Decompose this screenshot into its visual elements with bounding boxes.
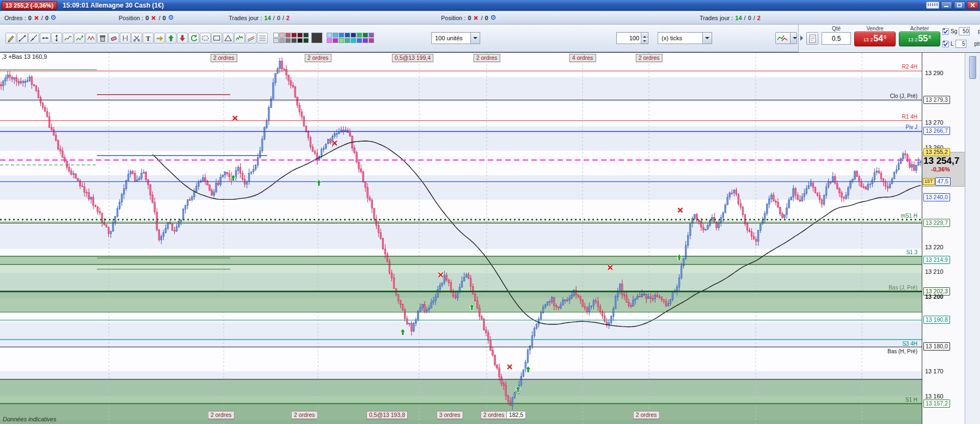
maximize-button[interactable] [954, 1, 965, 9]
indicator-button[interactable] [775, 32, 797, 44]
order-count-badge[interactable]: 182,5 [506, 411, 526, 419]
tool-arrow-right-button[interactable] [154, 33, 165, 44]
color-swatch[interactable] [357, 38, 362, 43]
order-count-badge[interactable]: 2 ordres [633, 411, 660, 419]
close-position-icon[interactable] [151, 15, 156, 21]
last-price-label: 13 254,7 [923, 156, 959, 167]
chevron-down-icon[interactable] [470, 33, 480, 44]
color-swatch[interactable] [303, 33, 309, 38]
tool-triangle-button[interactable] [223, 33, 234, 44]
color-swatch[interactable] [291, 38, 297, 43]
order-count-badge[interactable]: 2 ordres [208, 411, 235, 419]
color-swatch[interactable] [369, 38, 374, 43]
color-swatch[interactable] [339, 33, 344, 38]
color-swatch[interactable] [279, 33, 285, 38]
color-swatch[interactable] [333, 38, 338, 43]
ticks-select[interactable]: (x) ticks [658, 32, 712, 44]
orders-detail-icon[interactable] [51, 15, 57, 21]
tick-quantity-input[interactable] [616, 32, 641, 44]
scrollbar-thumb[interactable] [969, 56, 976, 79]
color-swatch[interactable] [327, 33, 332, 38]
quantity-field[interactable] [822, 32, 851, 45]
buy-button[interactable]: 13 2558 [899, 32, 940, 46]
tool-vertical-line-button[interactable] [51, 33, 62, 44]
color-swatch[interactable] [351, 33, 356, 38]
tool-freehand-button[interactable] [63, 33, 74, 44]
color-swatch[interactable] [363, 33, 368, 38]
color-swatch[interactable] [297, 38, 303, 43]
color-swatch[interactable] [285, 33, 291, 38]
close-position-icon[interactable] [473, 15, 479, 21]
price-axis[interactable]: 13 29013 279,313 27013 266,713 26013 255… [922, 52, 965, 424]
color-swatch[interactable] [297, 33, 303, 38]
order-ticket-button[interactable] [806, 32, 818, 45]
l-points-field[interactable]: 5 [955, 40, 966, 48]
close-button[interactable] [967, 1, 978, 9]
spin-up-icon[interactable] [641, 33, 648, 38]
rotate-icon [189, 34, 198, 42]
tick-quantity-stepper[interactable] [616, 32, 648, 44]
tool-channel-button[interactable] [246, 33, 256, 44]
color-swatch[interactable] [279, 38, 285, 43]
order-count-badge[interactable]: 2 ordres [305, 54, 332, 62]
position-detail-icon[interactable] [491, 15, 497, 21]
order-count-badge[interactable]: 0,5@13 193,8 [366, 411, 408, 419]
color-swatch[interactable] [273, 33, 279, 38]
order-count-badge[interactable]: 3 ordres [437, 411, 463, 419]
color-swatch[interactable] [285, 38, 291, 43]
tool-horizontal-line-button[interactable] [40, 33, 51, 44]
axis-tick-label: 13 220 [925, 243, 944, 251]
order-count-badge[interactable]: 4 ordres [569, 54, 596, 62]
tool-arrow-down-button[interactable] [177, 33, 188, 44]
color-swatch[interactable] [369, 33, 374, 38]
tool-rectangle-button[interactable] [211, 33, 222, 44]
tool-ray-button[interactable] [28, 33, 39, 44]
minimize-button[interactable] [941, 1, 952, 9]
sell-button[interactable]: 13 2546 [854, 32, 896, 46]
color-swatch[interactable] [291, 33, 297, 38]
order-count-badge[interactable]: 0,5@13 199,4 [392, 54, 433, 62]
color-swatch[interactable] [327, 38, 332, 43]
tool-elliott-button[interactable] [234, 33, 245, 44]
units-select[interactable]: 100 unités [431, 32, 480, 44]
tool-arrow-up-button[interactable] [166, 33, 176, 44]
color-swatch[interactable] [339, 38, 344, 43]
color-swatch[interactable] [345, 33, 350, 38]
price-chart[interactable]: R2 4HClo (J, Pré)R1 4HPiv JmS1 HS1.3Bas … [0, 52, 922, 424]
color-swatch[interactable] [363, 38, 368, 43]
tool-forecast-button[interactable] [74, 33, 85, 44]
tool-pencil-button[interactable] [5, 33, 16, 44]
color-swatch[interactable] [303, 38, 309, 43]
tool-split-button[interactable] [120, 33, 131, 44]
collapse-panel-icon[interactable] [800, 35, 806, 41]
keyboard-icon[interactable] [926, 2, 939, 9]
tool-segment-button[interactable] [17, 33, 28, 44]
color-swatch[interactable] [351, 38, 356, 43]
tool-scissors-button[interactable] [131, 33, 142, 44]
tool-rotate-button[interactable] [188, 33, 199, 44]
order-count-badge[interactable]: 2 ordres [291, 411, 318, 419]
sg-points-field[interactable]: 50 [959, 27, 970, 35]
color-swatch[interactable] [333, 33, 338, 38]
order-count-badge[interactable]: 2 ordres [474, 54, 500, 62]
tool-fibonacci-button[interactable] [257, 33, 268, 44]
color-swatch-large[interactable] [311, 33, 322, 43]
order-price-badge[interactable]: 13 255,2 [923, 148, 950, 156]
order-count-badge[interactable]: 2 ordres [636, 54, 663, 62]
tool-eraser-button[interactable] [108, 33, 119, 44]
tool-zigzag-button[interactable] [85, 33, 96, 44]
order-count-badge[interactable]: 2 ordres [481, 411, 507, 419]
chevron-down-icon[interactable] [702, 33, 712, 44]
cancel-orders-icon[interactable] [34, 15, 39, 21]
position-detail-icon[interactable] [168, 15, 174, 21]
tool-lasso-button[interactable] [200, 33, 211, 44]
chevron-down-icon[interactable] [790, 33, 797, 44]
right-scroll-strip[interactable] [965, 52, 980, 424]
spin-down-icon[interactable] [641, 38, 648, 44]
color-swatch[interactable] [345, 38, 350, 43]
tool-text-button[interactable]: T [143, 33, 154, 44]
order-count-badge[interactable]: 2 ordres [211, 54, 237, 62]
color-swatch[interactable] [357, 33, 362, 38]
tool-trash-button[interactable] [97, 33, 108, 44]
color-swatch[interactable] [273, 38, 279, 43]
